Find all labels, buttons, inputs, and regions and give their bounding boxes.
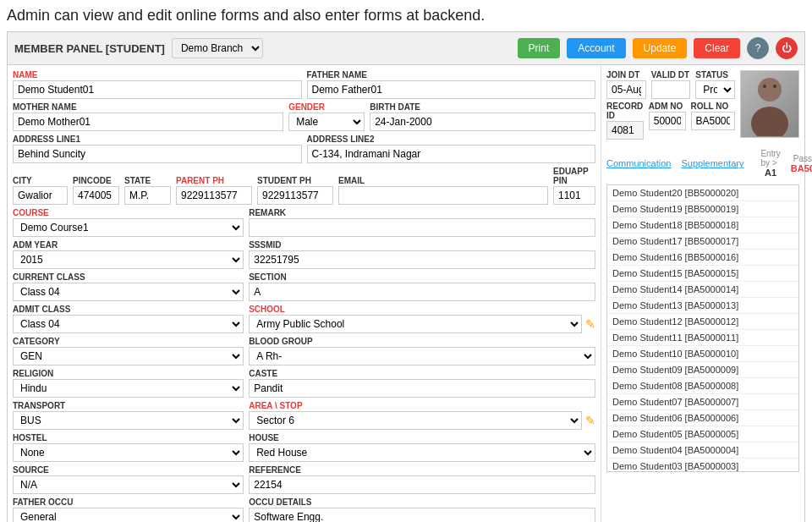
student-list-item[interactable]: Demo Student18 [BB5000018] — [607, 217, 798, 234]
section-input[interactable] — [249, 283, 595, 301]
caste-input[interactable] — [249, 379, 595, 398]
email-input[interactable] — [338, 186, 548, 205]
mother-name-input[interactable] — [13, 113, 283, 131]
school-edit-icon[interactable]: ✎ — [585, 317, 595, 331]
blood-group-select[interactable]: A Rh- — [249, 347, 595, 365]
valid-dt-label: VALID DT — [651, 70, 691, 80]
source-select[interactable]: N/A — [13, 475, 244, 494]
valid-dt-input[interactable] — [651, 80, 691, 99]
city-input[interactable] — [13, 186, 68, 205]
student-list-item[interactable]: Demo Student14 [BA5000014] — [607, 282, 798, 298]
update-button[interactable]: Update — [633, 38, 688, 58]
pincode-label: PINCODE — [73, 176, 119, 185]
caste-label: CASTE — [249, 369, 595, 378]
area-stop-select[interactable]: Sector 6 — [249, 411, 582, 430]
account-button[interactable]: Account — [567, 38, 625, 58]
enter-by-value: A1 — [765, 168, 776, 178]
area-stop-edit-icon[interactable]: ✎ — [585, 414, 595, 427]
student-list-item[interactable]: Demo Student03 [BA5000003] — [607, 459, 798, 472]
house-select[interactable]: Red House — [249, 443, 595, 462]
student-list-item[interactable]: Demo Student09 [BA5000009] — [607, 362, 798, 378]
student-list-item[interactable]: Demo Student06 [BA5000006] — [607, 410, 798, 426]
student-list[interactable]: Demo Student20 [BB5000020]Demo Student19… — [606, 184, 799, 472]
print-button[interactable]: Print — [518, 38, 561, 58]
student-list-item[interactable]: Demo Student19 [BB5000019] — [607, 201, 798, 217]
blood-group-label: BLOOD GROUP — [249, 337, 595, 346]
sssmid-input[interactable] — [249, 250, 595, 269]
roll-no-input[interactable] — [691, 112, 736, 130]
communication-link[interactable]: Communication — [606, 158, 671, 168]
father-name-label: FATHER NAME — [307, 70, 596, 80]
student-list-item[interactable]: Demo Student16 [BB5000016] — [607, 250, 798, 266]
student-list-item[interactable]: Demo Student10 [BA5000010] — [607, 346, 798, 362]
student-list-item[interactable]: Demo Student12 [BA5000012] — [607, 314, 798, 330]
reference-label: REFERENCE — [249, 465, 595, 475]
name-input[interactable] — [13, 80, 302, 99]
transport-label: TRANSPORT — [13, 401, 244, 410]
father-occu-select[interactable]: General — [13, 508, 244, 522]
student-list-item[interactable]: Demo Student13 [BA5000013] — [607, 298, 798, 314]
adm-no-input[interactable] — [649, 112, 686, 130]
svg-point-2 — [763, 85, 766, 88]
course-label: COURSE — [13, 208, 244, 217]
student-list-item[interactable]: Demo Student04 [BA5000004] — [607, 442, 798, 459]
remark-input[interactable] — [249, 218, 595, 237]
student-list-item[interactable]: Demo Student08 [BA5000008] — [607, 378, 798, 394]
parent-ph-input[interactable] — [176, 186, 252, 205]
right-panel: JOIN DT VALID DT STATUS Provisior — [601, 65, 804, 522]
parent-ph-label: PARENT PH — [176, 176, 252, 185]
supplementary-link[interactable]: Supplementary — [681, 158, 743, 168]
father-name-input[interactable] — [307, 80, 596, 99]
hostel-select[interactable]: None — [13, 443, 244, 462]
student-list-item[interactable]: Demo Student20 [BB5000020] — [607, 185, 798, 201]
current-class-label: CURRENT CLASS — [13, 272, 244, 282]
address2-input[interactable] — [307, 145, 596, 163]
student-list-item[interactable]: Demo Student05 [BA5000005] — [607, 426, 798, 442]
religion-select[interactable]: Hindu — [13, 379, 244, 398]
clear-button[interactable]: Clear — [694, 38, 740, 58]
occu-details-input[interactable] — [249, 508, 595, 522]
transport-select[interactable]: BUS — [13, 411, 244, 430]
occu-details-label: OCCU DETAILS — [249, 497, 595, 507]
city-label: CITY — [13, 176, 68, 185]
school-select[interactable]: Army Public School — [249, 315, 582, 333]
power-button[interactable]: ⏻ — [776, 37, 798, 59]
branch-select[interactable]: Demo Branch — [172, 38, 263, 58]
reference-input[interactable] — [249, 475, 595, 494]
student-ph-label: STUDENT PH — [257, 176, 333, 185]
member-panel: MEMBER PANEL [STUDENT] Demo Branch Print… — [7, 31, 805, 522]
course-select[interactable]: Demo Course1 — [13, 218, 244, 237]
gender-select[interactable]: Male — [288, 113, 365, 131]
adm-no-label: ADM NO — [649, 102, 686, 111]
join-dt-input[interactable] — [606, 80, 646, 99]
help-button[interactable]: ? — [747, 37, 769, 59]
form-left: NAME FATHER NAME MOTHER NAME GENDER Mal — [8, 65, 601, 522]
svg-point-0 — [758, 78, 782, 102]
eduapp-pin-label: EduApp PIN — [553, 167, 595, 185]
mother-name-label: MOTHER NAME — [13, 102, 283, 112]
name-label: NAME — [13, 70, 302, 80]
state-label: STATE — [124, 176, 171, 185]
category-label: CATEGORY — [13, 337, 244, 346]
house-label: HOUSE — [249, 433, 595, 442]
student-ph-input[interactable] — [257, 186, 333, 205]
student-list-item[interactable]: Demo Student15 [BA5000015] — [607, 266, 798, 282]
pincode-input[interactable] — [73, 186, 119, 205]
eduapp-pin-input[interactable] — [553, 186, 595, 205]
student-list-item[interactable]: Demo Student11 [BA5000011] — [607, 330, 798, 346]
student-photo — [740, 70, 799, 138]
category-select[interactable]: GEN — [13, 347, 244, 365]
email-label: EMAIL — [338, 176, 548, 185]
student-list-item[interactable]: Demo Student17 [BB5000017] — [607, 234, 798, 250]
state-input[interactable] — [124, 186, 171, 205]
birth-date-input[interactable] — [370, 113, 595, 131]
adm-year-select[interactable]: 2015 — [13, 250, 244, 269]
status-select[interactable]: Provisior — [695, 80, 735, 99]
join-dt-label: JOIN DT — [606, 70, 646, 80]
current-class-select[interactable]: Class 04 — [13, 283, 244, 301]
adm-year-label: ADM YEAR — [13, 240, 244, 250]
student-list-item[interactable]: Demo Student07 [BA5000007] — [607, 394, 798, 410]
gender-label: GENDER — [288, 102, 365, 112]
admit-class-select[interactable]: Class 04 — [13, 315, 244, 333]
address1-input[interactable] — [13, 145, 302, 163]
